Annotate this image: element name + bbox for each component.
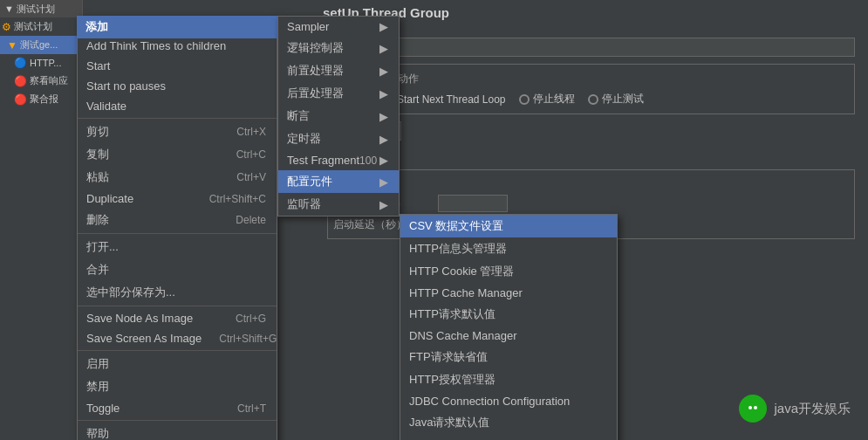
- arrow-pre: ▶: [379, 65, 388, 78]
- svg-point-1: [754, 406, 757, 409]
- radio-next-loop[interactable]: Start Next Thread Loop: [383, 93, 506, 106]
- menu-item-save-selected[interactable]: 选中部分保存为...: [78, 281, 277, 304]
- config-item-ldap-extended[interactable]: LDAP Extended Request Defaults: [400, 434, 617, 440]
- menu-label-cut: 剪切: [86, 124, 109, 140]
- separator-2: [78, 233, 277, 234]
- watermark: java开发娱乐: [739, 395, 851, 423]
- tree-item-listener[interactable]: 🔴 察看响应: [0, 72, 82, 90]
- radio-group-error: 继续 Start Next Thread Loop 停止线程 停止测试: [335, 92, 847, 107]
- separator-1: [78, 118, 277, 119]
- svg-point-0: [748, 406, 752, 409]
- submenu-item-timer[interactable]: 定时器 ▶: [278, 127, 399, 150]
- arrow-listener: ▶: [379, 198, 388, 211]
- config-item-dns[interactable]: DNS Cache Manager: [400, 326, 617, 346]
- radio-label-stop-thread: 停止线程: [533, 92, 575, 107]
- menu-label-save-screen: Save Screen As Image: [86, 332, 202, 345]
- separator-4: [78, 350, 277, 351]
- tree-item-label5: 聚合报: [30, 93, 58, 106]
- config-item-http-cache[interactable]: HTTP Cache Manager: [400, 283, 617, 303]
- submenu-label-post: 后置处理器: [287, 86, 344, 101]
- menu-item-start[interactable]: Start: [78, 56, 277, 76]
- scheduler-row[interactable]: 调度器: [327, 148, 855, 162]
- menu-item-help[interactable]: 帮助: [78, 423, 277, 440]
- tree-item-http[interactable]: 🔵 HTTP...: [0, 54, 82, 72]
- config-item-csv[interactable]: CSV 数据文件设置: [400, 215, 617, 237]
- menu-item-paste[interactable]: 粘贴 Ctrl+V: [78, 166, 277, 189]
- submenu-item-assertion[interactable]: 断言 ▶: [278, 105, 399, 127]
- config-label-http-default: HTTP请求默认值: [409, 306, 496, 322]
- config-label-jdbc: JDBC Connection Configuration: [409, 395, 570, 408]
- error-label: 误后要执行的动作: [335, 72, 847, 86]
- radio-stop-test[interactable]: 停止测试: [588, 92, 644, 107]
- context-menu: Add Think Times to children Start Start …: [77, 16, 277, 440]
- duration-input[interactable]: [438, 195, 508, 212]
- radio-stop-thread[interactable]: 停止线程: [519, 92, 575, 107]
- menu-label-paste: 粘贴: [86, 169, 109, 185]
- error-section: 误后要执行的动作 继续 Start Next Thread Loop 停止线程 …: [327, 64, 855, 114]
- submenu-item-listener[interactable]: 监听器 ▶: [278, 193, 399, 216]
- menu-label-enable: 启用: [86, 356, 109, 372]
- radio-label-next: Start Next Thread Loop: [397, 93, 506, 106]
- menu-label-open: 打开...: [86, 239, 119, 255]
- menu-item-delete[interactable]: 删除 Delete: [78, 209, 277, 231]
- submenu-item-pre[interactable]: 前置处理器 ▶: [278, 59, 399, 82]
- menu-item-save-node[interactable]: Save Node As Image Ctrl+G: [78, 308, 277, 328]
- submenu-item-sampler[interactable]: Sampler ▶: [278, 17, 399, 37]
- menu-item-validate[interactable]: Validate: [78, 96, 277, 116]
- menu-label-merge: 合并: [86, 262, 109, 278]
- submenu-add: Sampler ▶ 逻辑控制器 ▶ 前置处理器 ▶ 后置处理器 ▶ 断言 ▶ 定…: [277, 16, 400, 217]
- shortcut-paste: Ctrl+V: [236, 171, 266, 183]
- menu-item-cut[interactable]: 剪切 Ctrl+X: [78, 120, 277, 143]
- wechat-icon: [739, 395, 767, 423]
- menu-label-save-selected: 选中部分保存为...: [86, 285, 175, 300]
- config-label-ftp: FTP请求缺省值: [409, 349, 488, 365]
- submenu-label-pre: 前置处理器: [287, 63, 344, 79]
- config-item-http-auth[interactable]: HTTP授权管理器: [400, 368, 617, 391]
- menu-item-duplicate[interactable]: Duplicate Ctrl+Shift+C: [78, 189, 277, 209]
- menu-label-start: Start: [86, 59, 110, 72]
- radio-label-stop-test: 停止测试: [602, 92, 644, 107]
- config-label-http-cache: HTTP Cache Manager: [409, 286, 523, 299]
- submenu-item-fragment[interactable]: Test Fragment 100 ▶: [278, 150, 399, 170]
- menu-item-open[interactable]: 打开...: [78, 236, 277, 258]
- aggregate-icon: 🔴: [14, 93, 27, 106]
- shortcut-duplicate: Ctrl+Shift+C: [209, 193, 266, 205]
- menu-item-merge[interactable]: 合并: [78, 258, 277, 281]
- tree-item-test-plan[interactable]: ⚙ 测试计划: [0, 17, 82, 36]
- tree-header: ▼ 测试计划: [4, 3, 55, 16]
- submenu-item-post[interactable]: 后置处理器 ▶: [278, 82, 399, 105]
- shortcut-toggle: Ctrl+T: [237, 402, 266, 415]
- config-item-java-default[interactable]: Java请求默认值: [400, 411, 617, 434]
- config-label-http-cookie: HTTP Cookie 管理器: [409, 264, 514, 279]
- arrow-post: ▶: [379, 87, 388, 100]
- config-item-http-default[interactable]: HTTP请求默认值: [400, 303, 617, 326]
- menu-item-toggle[interactable]: Toggle Ctrl+T: [78, 398, 277, 418]
- submenu-label-timer: 定时器: [287, 131, 321, 147]
- menu-item-start-no-pauses[interactable]: Start no pauses: [78, 76, 277, 96]
- config-item-http-cookie[interactable]: HTTP Cookie 管理器: [400, 260, 617, 283]
- menu-label-start-no-pauses: Start no pauses: [86, 79, 166, 93]
- menu-item-enable[interactable]: 启用: [78, 353, 277, 375]
- menu-item-add-think-times[interactable]: Add Think Times to children: [78, 36, 277, 56]
- tree-item-aggregate[interactable]: 🔴 聚合报: [0, 90, 82, 108]
- tree-item-label: 测试计划: [14, 20, 52, 33]
- menu-label-delete: 删除: [86, 212, 109, 228]
- config-item-ftp[interactable]: FTP请求缺省值: [400, 346, 617, 368]
- menu-item-save-screen[interactable]: Save Screen As Image Ctrl+Shift+G: [78, 328, 277, 348]
- shortcut-cut: Ctrl+X: [236, 126, 266, 138]
- arrow-sampler: ▶: [379, 20, 388, 33]
- tree-item-testge[interactable]: ▼ 测试ge...: [0, 36, 82, 54]
- submenu-label-logic: 逻辑控制器: [287, 40, 344, 56]
- config-item-jdbc[interactable]: JDBC Connection Configuration: [400, 391, 617, 411]
- config-label-csv: CSV 数据文件设置: [409, 218, 503, 234]
- submenu-item-config[interactable]: 配置元件 ▶: [278, 170, 399, 193]
- scheduler-component-label: 调度器组件: [333, 175, 849, 190]
- context-menu-add-header: 添加: [77, 16, 277, 38]
- menu-item-copy[interactable]: 复制 Ctrl+C: [78, 143, 277, 166]
- test-plan-icon: ⚙: [2, 21, 11, 33]
- config-item-http-header[interactable]: HTTP信息头管理器: [400, 237, 617, 260]
- submenu-label-sampler: Sampler: [287, 20, 329, 33]
- menu-item-disable[interactable]: 禁用: [78, 375, 277, 398]
- shortcut-delete: Delete: [236, 214, 266, 226]
- submenu-item-logic[interactable]: 逻辑控制器 ▶: [278, 37, 399, 59]
